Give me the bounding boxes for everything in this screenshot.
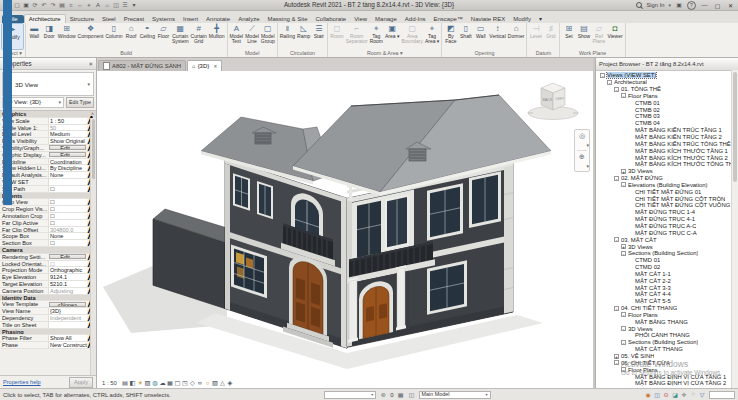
tree-item[interactable]: CHI TIẾT MẶT ĐỨNG CỘT TRÒN <box>597 195 731 202</box>
ramp-button[interactable]: ◺Ramp <box>296 23 311 50</box>
area-button[interactable]: ▣Area ▾ <box>384 23 400 50</box>
tab-annotate[interactable]: Annotate <box>202 15 234 23</box>
dormer-button[interactable]: ⌂Dormer <box>507 23 526 50</box>
tree-item[interactable]: - 06. CHI TIẾT CỬA <box>597 359 731 366</box>
crop-view-icon[interactable]: ▢ <box>174 379 182 386</box>
render-cloud-icon[interactable]: ☁ <box>159 379 167 386</box>
apply-button[interactable]: Apply <box>69 377 93 388</box>
tree-expander[interactable] <box>628 196 633 201</box>
tree-expander[interactable]: - <box>614 176 619 181</box>
property-row[interactable]: Camera ˄ <box>0 247 96 254</box>
railing-button[interactable]: ‖Railing <box>279 23 296 50</box>
tab-collaborate[interactable]: Collaborate <box>312 15 351 23</box>
select-pinned-elements-icon[interactable]: ⊙ <box>662 391 670 398</box>
floor-button[interactable]: ▱Floor <box>156 23 171 50</box>
tree-item[interactable]: - 3D Views <box>597 325 731 332</box>
tree-item[interactable]: + 3D Views <box>597 168 731 175</box>
property-row[interactable]: Title on Sheet ˄ <box>0 322 96 329</box>
tree-item[interactable]: MẶT ĐỨNG TRỤC 1-4 <box>597 209 731 216</box>
tree-expander[interactable] <box>628 162 633 167</box>
tree-item[interactable]: - Architectural <box>597 79 731 86</box>
tree-expander[interactable]: - <box>621 326 626 331</box>
workset-selector[interactable] <box>324 391 376 399</box>
tree-item[interactable]: - Sections (Building Section) <box>597 339 731 346</box>
tree-expander[interactable] <box>628 210 633 215</box>
property-row[interactable]: View Template <None> ˄ <box>0 301 96 308</box>
property-row[interactable]: Camera Position Adjusting ˄ <box>0 288 96 295</box>
app-button[interactable]: R <box>3 0 12 205</box>
property-row[interactable]: Phasing ˄ <box>0 329 96 336</box>
tree-item[interactable]: MẶT BẰNG KÍCH THƯỚC TẦNG 2 <box>597 154 731 161</box>
scale-control[interactable]: 1 : 50 <box>100 380 119 386</box>
worksharing-display-icon[interactable]: ◉ <box>644 391 652 398</box>
vertical-opening-button[interactable]: ↕Vertical <box>488 23 506 50</box>
tree-item[interactable]: PHỐI CẢNH THANG <box>597 332 731 339</box>
opening-by-face-button[interactable]: ◩By Face <box>443 23 458 50</box>
property-row[interactable]: Section Box ☐ ˄ <box>0 240 96 247</box>
tree-item[interactable]: CTMD 02 <box>597 264 731 271</box>
locked-3d-view-icon[interactable]: ◇ <box>189 379 197 386</box>
tree-expander[interactable]: - <box>614 306 619 311</box>
aligned-dimension-icon[interactable]: ↔ <box>76 1 84 10</box>
tree-item[interactable]: MẶT BẰNG KÍCH THƯỚC TỔNG THỂ <box>597 161 731 168</box>
highlight-displacement-sets-icon[interactable]: ◈ <box>226 379 234 386</box>
visual-style-icon[interactable]: ◧ <box>129 379 137 386</box>
tab-enscape[interactable]: Enscape™ <box>429 15 466 23</box>
tree-expander[interactable] <box>628 148 633 153</box>
property-row[interactable]: Scope Box None ˄ <box>0 233 96 240</box>
filter-icon[interactable]: ▽ <box>698 391 706 398</box>
view-cube[interactable]: BACK LEFT <box>525 76 581 122</box>
property-row[interactable]: Target Elevation 5210.1 ˄ <box>0 281 96 288</box>
tree-item[interactable]: MẶT BẰNG KÍCH THƯỚC TẦNG 1 <box>597 147 731 154</box>
tab-systems[interactable]: Systems <box>148 15 179 23</box>
close-view-icon[interactable]: ✕ <box>213 63 217 69</box>
tab-massing-site[interactable]: Massing & Site <box>263 15 311 23</box>
tab-modify[interactable]: Modify <box>509 15 535 23</box>
tree-item[interactable]: - Floor Plans <box>597 366 731 373</box>
ref-plane-button[interactable]: ▱Ref Plane <box>591 23 606 50</box>
model-group-button[interactable]: ▢Model Group <box>260 23 276 50</box>
tree-expander[interactable]: - <box>621 93 626 98</box>
tree-expander[interactable] <box>628 230 633 235</box>
tab-overflow[interactable]: ▾ <box>535 14 546 23</box>
tree-item[interactable]: MẶT CẮT 4-4 <box>597 291 731 298</box>
sun-path-icon[interactable]: ☀ <box>136 379 144 386</box>
property-row[interactable]: Phase New Construction ˄ <box>0 342 96 349</box>
tree-item[interactable]: + 3D Views <box>597 243 731 250</box>
curtain-grid-button[interactable]: #Curtain Grid <box>190 23 208 50</box>
maximize-button[interactable]: ▢ <box>713 2 722 9</box>
tree-item[interactable]: MẶT CẮT 5-5 <box>597 298 731 305</box>
tree-item[interactable]: CHI TIẾT MẶT ĐỨNG 01 <box>597 188 731 195</box>
tree-item[interactable]: MẶT BẰNG ĐỊNH VỊ CỬA TẦNG 2 <box>597 380 731 387</box>
room-separator-button[interactable]: ⌐Room Separator <box>345 23 369 50</box>
app-store-icon[interactable]: ▣ <box>675 1 683 10</box>
property-row[interactable]: Identity Data ˄ <box>0 295 96 302</box>
tree-expander[interactable] <box>628 319 633 324</box>
tree-item[interactable]: MẶT BẰNG THANG <box>597 318 731 325</box>
search-icon[interactable] <box>636 2 642 8</box>
tree-expander[interactable] <box>628 128 633 133</box>
tree-item[interactable]: CTMB 04 <box>597 120 731 127</box>
tree-expander[interactable]: + <box>621 169 626 174</box>
tree-expander[interactable] <box>628 278 633 283</box>
model-text-button[interactable]: AModel Text <box>229 23 245 50</box>
browser-scrollbar[interactable] <box>731 70 738 388</box>
property-row[interactable]: Crop Region Vis... ☐ ˄ <box>0 206 96 213</box>
default-3d-view-icon[interactable]: ⌂ <box>103 1 111 10</box>
model-canvas[interactable]: BACK LEFT ◎ ▾ ⊕ ▾ <box>97 71 593 377</box>
sync-icon[interactable]: ⟳ <box>31 1 39 10</box>
detail-level-icon[interactable]: ▤ <box>121 379 129 386</box>
property-row[interactable]: Phase Filter Show All ˄ <box>0 335 96 342</box>
minimize-button[interactable]: — <box>700 2 709 8</box>
tree-item[interactable]: - Sections (Building Section) <box>597 250 731 257</box>
tree-expander[interactable]: - <box>614 87 619 92</box>
stair-button[interactable]: ☰Stair <box>311 23 326 50</box>
tree-item[interactable]: + 05. VỆ SINH <box>597 353 731 360</box>
tree-item[interactable]: CTMB 01 <box>597 99 731 106</box>
render-icon[interactable]: ◍ <box>151 379 159 386</box>
tree-item[interactable]: - Floor Plans <box>597 93 731 100</box>
grid-button[interactable]: ♯Grid <box>543 23 558 50</box>
tree-expander[interactable] <box>628 223 633 228</box>
shaft-button[interactable]: ▯Shaft <box>458 23 473 50</box>
tree-item[interactable]: MẶT CẮT THANG <box>597 346 731 353</box>
